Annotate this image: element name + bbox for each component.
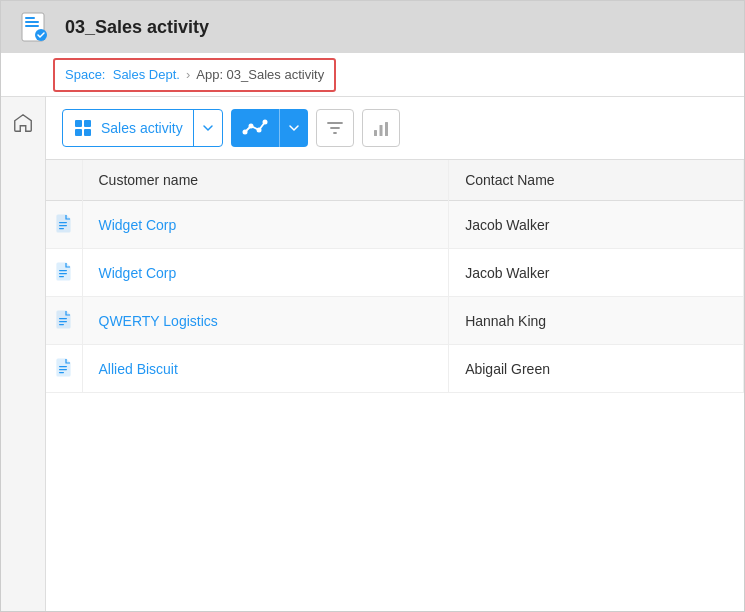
chart-line-icon	[231, 118, 279, 138]
svg-rect-26	[59, 369, 67, 370]
table-row: Allied BiscuitAbigail Green	[46, 345, 744, 393]
svg-rect-19	[59, 270, 67, 271]
space-link[interactable]: Sales Dept.	[113, 67, 180, 82]
customer-name-cell[interactable]: QWERTY Logistics	[82, 297, 449, 345]
toolbar: Sales activity	[46, 97, 744, 160]
svg-rect-7	[75, 129, 82, 136]
chart-chevron-icon[interactable]	[279, 109, 308, 147]
col-customer-name: Customer name	[82, 160, 449, 201]
svg-rect-3	[25, 25, 39, 27]
svg-rect-18	[59, 228, 64, 229]
contact-name-cell: Jacob Walker	[449, 201, 744, 249]
svg-rect-13	[374, 130, 377, 136]
svg-rect-1	[25, 17, 35, 19]
chart-button[interactable]	[231, 109, 308, 147]
svg-rect-2	[25, 21, 39, 23]
filter-button[interactable]	[316, 109, 354, 147]
svg-rect-27	[59, 372, 64, 373]
customer-name-cell[interactable]: Allied Biscuit	[82, 345, 449, 393]
svg-rect-15	[385, 122, 388, 136]
svg-rect-24	[59, 324, 64, 325]
table-row: QWERTY LogisticsHannah King	[46, 297, 744, 345]
page-title: 03_Sales activity	[65, 17, 209, 38]
svg-rect-20	[59, 273, 67, 274]
svg-rect-6	[84, 120, 91, 127]
svg-rect-22	[59, 318, 67, 319]
breadcrumb-space-label: Space: Sales Dept.	[65, 67, 180, 82]
data-table-container: Customer name Contact Name Widget CorpJa…	[46, 160, 744, 612]
table-row: Widget CorpJacob Walker	[46, 249, 744, 297]
view-chevron-icon[interactable]	[193, 110, 222, 146]
app-icon	[17, 9, 53, 45]
bar-chart-button[interactable]	[362, 109, 400, 147]
contact-name-cell: Jacob Walker	[449, 249, 744, 297]
svg-rect-5	[75, 120, 82, 127]
col-contact-name: Contact Name	[449, 160, 744, 201]
data-table: Customer name Contact Name Widget CorpJa…	[46, 160, 744, 393]
space-label-text: Space:	[65, 67, 105, 82]
svg-rect-16	[59, 222, 67, 223]
view-selector-left[interactable]: Sales activity	[63, 118, 193, 138]
sidebar	[1, 97, 46, 612]
row-doc-icon	[46, 297, 82, 345]
breadcrumb: Space: Sales Dept. › App: 03_Sales activ…	[53, 58, 336, 92]
customer-name-cell[interactable]: Widget Corp	[82, 201, 449, 249]
row-doc-icon	[46, 201, 82, 249]
app-header: 03_Sales activity	[1, 1, 744, 53]
svg-rect-17	[59, 225, 67, 226]
col-icon	[46, 160, 82, 201]
customer-name-cell[interactable]: Widget Corp	[82, 249, 449, 297]
view-selector[interactable]: Sales activity	[62, 109, 223, 147]
row-doc-icon	[46, 345, 82, 393]
home-icon[interactable]	[9, 109, 37, 137]
svg-rect-14	[379, 125, 382, 136]
breadcrumb-app: App: 03_Sales activity	[196, 67, 324, 82]
contact-name-cell: Hannah King	[449, 297, 744, 345]
breadcrumb-separator: ›	[186, 67, 190, 82]
svg-rect-8	[84, 129, 91, 136]
main-panel: Sales activity	[46, 97, 744, 612]
svg-rect-23	[59, 321, 67, 322]
contact-name-cell: Abigail Green	[449, 345, 744, 393]
svg-rect-21	[59, 276, 64, 277]
svg-rect-25	[59, 366, 67, 367]
table-header-row: Customer name Contact Name	[46, 160, 744, 201]
content-area: Sales activity	[1, 97, 744, 612]
view-label: Sales activity	[101, 120, 183, 136]
grid-view-icon	[73, 118, 93, 138]
row-doc-icon	[46, 249, 82, 297]
breadcrumb-bar: Space: Sales Dept. › App: 03_Sales activ…	[1, 53, 744, 97]
table-row: Widget CorpJacob Walker	[46, 201, 744, 249]
